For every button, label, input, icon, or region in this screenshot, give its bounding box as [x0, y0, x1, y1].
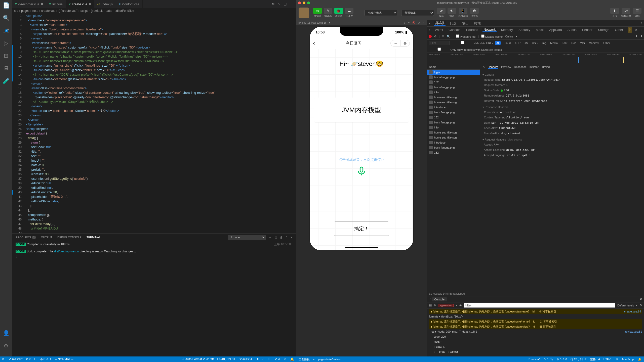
sim-popout-icon[interactable]: ↗ — [422, 21, 424, 24]
settings-gear-icon[interactable]: ⚙ — [3, 343, 9, 349]
clear-icon[interactable]: ⊘ — [434, 35, 436, 38]
panel-sources[interactable]: Sources — [465, 28, 479, 32]
cursor-pos[interactable]: Ln 40, Col 31 — [217, 357, 235, 361]
filter-chip[interactable]: Other — [602, 41, 612, 45]
account-icon[interactable]: 👤 — [3, 330, 9, 336]
request-row[interactable]: introduce — [427, 105, 480, 110]
editor-tab[interactable]: Vd-recorder.vue — [12, 0, 46, 8]
console-menu-icon[interactable]: ⋮ — [429, 298, 432, 301]
wx-indent[interactable]: 空格：4 — [590, 357, 600, 361]
tab-terminal[interactable]: TERMINAL — [87, 235, 101, 240]
popout-icon[interactable]: ↗ — [640, 22, 642, 25]
editor-tab[interactable]: Vlist.vue — [46, 0, 66, 8]
request-row[interactable]: info — [427, 90, 480, 95]
version-btn[interactable]: ⎇版本管理 — [621, 8, 631, 18]
new-terminal-icon[interactable]: ＋ — [269, 236, 271, 239]
kill-terminal-icon[interactable]: 🗑 — [280, 236, 283, 239]
request-row[interactable]: home-sub-title.svg — [427, 100, 480, 105]
mic-icon[interactable] — [356, 166, 367, 177]
filter-chip[interactable]: Media — [549, 41, 559, 45]
panel-audits[interactable]: Audits — [567, 28, 578, 32]
filter-chip[interactable]: Manifest — [588, 41, 601, 45]
test-icon[interactable]: 🧪 — [3, 78, 9, 84]
toggle-simulator[interactable]: ▭模拟器 — [313, 8, 322, 18]
tab-debug-console[interactable]: DEBUG CONSOLE — [57, 235, 82, 240]
dt-settings-icon[interactable]: ⚙ — [635, 28, 637, 31]
done-button[interactable]: 搞定！ — [334, 221, 389, 236]
filter-chip[interactable]: CSS — [531, 41, 539, 45]
online-select[interactable]: Online — [505, 35, 513, 38]
breadcrumb-item[interactable]: create.vue — [41, 9, 55, 13]
wx-git-branch[interactable]: ⎇ master* — [527, 358, 540, 361]
log-levels[interactable]: Default levels — [617, 304, 634, 307]
console-sidebar-icon[interactable]: ▤ — [429, 304, 432, 307]
split-editor-icon[interactable]: ◫ — [284, 2, 287, 6]
detail-tab-timing[interactable]: Timing — [542, 65, 550, 69]
console-clear-icon[interactable]: ⊘ — [434, 304, 436, 307]
clear-cache-btn[interactable]: 🗑清缓存 — [470, 8, 479, 18]
section-general[interactable]: ▾ General — [482, 72, 641, 77]
lang-mode[interactable]: Vue — [275, 357, 280, 361]
editor[interactable]: 1234567891011121314151617181920212223242… — [12, 14, 296, 233]
breadcrumb-item[interactable]: src — [14, 9, 18, 13]
console-output[interactable]: ▲ [sitemap 索引情况提示] 根据 sitemap 的规则[0]，当前页… — [427, 308, 644, 356]
breadcrumb-item[interactable]: pages — [21, 9, 29, 13]
network-filter-input[interactable] — [429, 41, 450, 45]
close-window-icon[interactable] — [298, 2, 301, 4]
detail-tab-response[interactable]: Response — [514, 65, 527, 69]
panel-mock[interactable]: Mock — [535, 28, 545, 32]
breadcrumb-item[interactable]: {} default — [91, 9, 103, 13]
filter-chip[interactable]: Img — [540, 41, 547, 45]
samesite-filter[interactable]: Only show requests with SameSite issues — [429, 48, 502, 51]
context-select[interactable]: appservice — [438, 304, 454, 307]
debug-icon[interactable]: ▷ — [3, 40, 9, 46]
mode-select[interactable]: 小程序模式 — [365, 10, 397, 16]
dock-icon[interactable]: ≡ — [429, 22, 430, 25]
remote-indicator[interactable]: ⧉ — [2, 357, 4, 361]
device-label[interactable]: iPhone XS Max 100% 16 — [299, 21, 327, 24]
warn-count[interactable]: ▲ 3 — [628, 27, 632, 33]
editor-tab[interactable]: JSindex.js — [94, 0, 116, 8]
bell-icon[interactable]: 🔔 — [290, 357, 294, 361]
wx-lang[interactable]: JavaScript — [622, 358, 634, 361]
dt-tab-output[interactable]: 输出 — [461, 21, 470, 26]
filter-chip[interactable]: JS — [523, 41, 529, 45]
console-tab[interactable]: Console — [432, 297, 447, 301]
request-row[interactable]: back-fangge.png — [427, 85, 480, 90]
nav-back-icon[interactable]: ‹ — [313, 40, 315, 47]
sim-float-icon[interactable]: ⤢ — [418, 21, 420, 24]
maximize-window-icon[interactable] — [307, 2, 310, 4]
detail-tab-initiator[interactable]: Initiator — [530, 65, 539, 69]
request-row[interactable]: home-sub-title.svg — [427, 130, 480, 135]
sim-mute-icon[interactable]: 🔇 — [412, 21, 415, 24]
project-avatar[interactable] — [299, 8, 309, 18]
terminal-select[interactable]: 1: node — [228, 235, 266, 240]
preview-btn[interactable]: 👁预览 — [448, 8, 456, 18]
panel-security[interactable]: Security — [517, 28, 531, 32]
request-row[interactable]: info — [427, 125, 480, 130]
breadcrumb-item[interactable]: editorFontSize — [114, 9, 134, 13]
type-filter-chips[interactable]: AllCloudXHRJSCSSImgMediaFontDocWSManifes… — [495, 41, 611, 45]
name-column-header[interactable]: Name — [427, 64, 480, 70]
editor-tab[interactable]: #iconfont.css — [116, 0, 142, 8]
filter-icon[interactable]: ▽ — [442, 35, 444, 38]
extensions-icon[interactable]: ⊞ — [3, 53, 9, 59]
wx-bell-icon[interactable]: 🔔 — [638, 358, 641, 361]
collapse-icon[interactable]: ˅ — [636, 22, 638, 25]
request-row[interactable]: 132 — [427, 150, 480, 155]
close-panel-icon[interactable]: ✕ — [290, 236, 293, 239]
net-download-icon[interactable]: ⬇ — [640, 35, 642, 38]
compile-select[interactable]: 普通编译 — [401, 10, 434, 16]
detail-btn[interactable]: ☰详情 — [633, 8, 641, 18]
encoding[interactable]: UTF-8 — [256, 357, 264, 361]
record-icon[interactable] — [429, 35, 432, 38]
filter-chip[interactable]: Doc — [570, 41, 578, 45]
console-filter-input[interactable] — [464, 303, 615, 308]
toggle-debugger[interactable]: 🐞调试器 — [334, 8, 343, 18]
dt-tab-debugger[interactable]: 调试器 — [434, 21, 446, 26]
request-row[interactable]: back-fangge.png — [427, 120, 480, 125]
wx-git-sync[interactable]: ⟳ 0↓ 1↑ — [544, 358, 553, 361]
explorer-icon[interactable]: 📄 — [3, 3, 9, 9]
indent[interactable]: Spaces: 4 — [239, 357, 252, 361]
maximize-panel-icon[interactable]: ˄ — [286, 236, 287, 239]
